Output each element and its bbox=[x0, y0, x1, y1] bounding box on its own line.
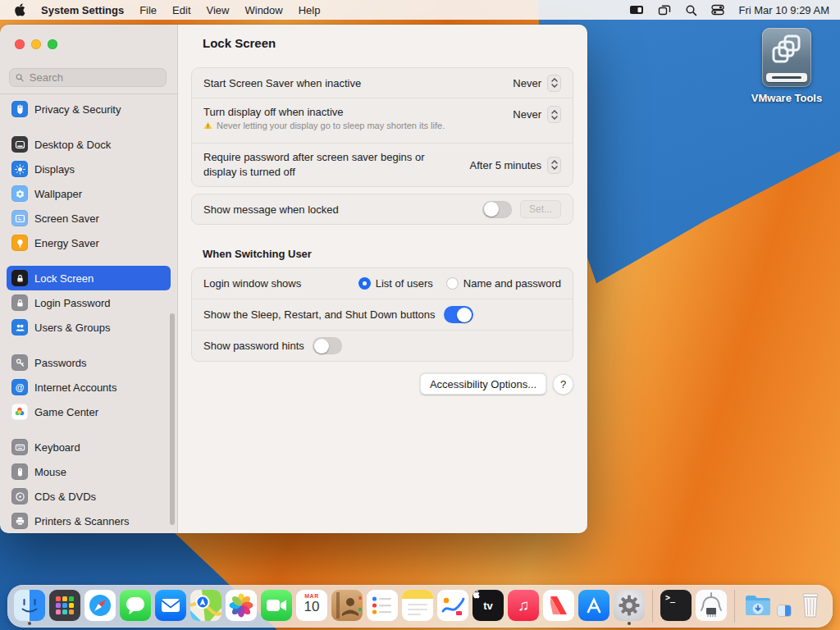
set-message-button[interactable]: Set... bbox=[520, 200, 561, 218]
show-message-row: Show message when locked Set... bbox=[192, 194, 573, 224]
login-window-label: Login window shows bbox=[203, 277, 301, 290]
radio-unselected-icon[interactable] bbox=[446, 277, 459, 290]
require-password-stepper[interactable]: After 5 minutes bbox=[470, 157, 561, 174]
sidebar-item-privacy-security[interactable]: Privacy & Security bbox=[7, 97, 171, 121]
radio-label: List of users bbox=[376, 277, 433, 290]
minimize-button[interactable] bbox=[31, 39, 41, 49]
stepper-chevrons-icon[interactable] bbox=[547, 75, 561, 92]
accessibility-options-button[interactable]: Accessibility Options... bbox=[420, 373, 546, 395]
dock-notes[interactable] bbox=[402, 590, 433, 626]
sidebar-item-users-groups[interactable]: Users & Groups bbox=[7, 315, 171, 340]
menu-item-window[interactable]: Window bbox=[244, 4, 282, 16]
dock-freeform[interactable] bbox=[437, 590, 468, 626]
search-input[interactable] bbox=[28, 71, 160, 84]
control-center-icon[interactable] bbox=[711, 4, 724, 16]
dock-app-store[interactable] bbox=[578, 590, 609, 626]
calendar-day: 10 bbox=[296, 599, 327, 615]
sidebar-item-lock-screen[interactable]: Lock Screen bbox=[7, 266, 171, 290]
screensaver-row: Start Screen Saver when inactive Never bbox=[192, 68, 573, 98]
dock-trash[interactable] bbox=[795, 590, 826, 626]
sidebar-item-label: Privacy & Security bbox=[34, 103, 121, 116]
sidebar-item-printers-scanners[interactable]: Printers & Scanners bbox=[7, 509, 171, 533]
downloads-folder-icon bbox=[742, 590, 774, 621]
dock-contacts[interactable] bbox=[331, 590, 363, 626]
help-button[interactable]: ? bbox=[553, 374, 573, 395]
dock-facetime[interactable] bbox=[261, 590, 292, 626]
disk-slot bbox=[766, 73, 807, 82]
mail-icon bbox=[155, 590, 186, 621]
dock-safari[interactable] bbox=[84, 590, 116, 626]
sidebar-item-energy-saver[interactable]: Energy Saver bbox=[7, 231, 171, 255]
terminal-icon: >_ bbox=[660, 590, 692, 621]
dock-calendar[interactable]: MAR 10 bbox=[296, 590, 327, 626]
dock-system-settings[interactable] bbox=[614, 590, 645, 626]
dock-tv[interactable]: tv bbox=[472, 590, 504, 626]
require-password-value: After 5 minutes bbox=[470, 159, 541, 171]
sidebar-item-wallpaper[interactable]: Wallpaper bbox=[7, 181, 171, 206]
stepper-chevrons-icon[interactable] bbox=[547, 157, 561, 174]
desktop: System Settings File Edit View Window He… bbox=[0, 0, 840, 630]
sidebar-item-cds-dvds[interactable]: CDs & DVDs bbox=[7, 484, 171, 509]
menu-bar-clock[interactable]: Fri Mar 10 9:29 AM bbox=[738, 4, 829, 16]
sidebar-item-internet-accounts[interactable]: @ Internet Accounts bbox=[7, 375, 171, 399]
minimized-window-thumbnail[interactable] bbox=[778, 605, 791, 616]
radio-list-of-users[interactable]: List of users bbox=[358, 277, 433, 290]
vmware-tools-volume[interactable]: VMware Tools bbox=[740, 28, 833, 104]
screensaver-label: Start Screen Saver when inactive bbox=[203, 77, 361, 89]
menu-item-view[interactable]: View bbox=[207, 4, 230, 16]
sidebar-item-login-password[interactable]: Login Password bbox=[7, 290, 171, 315]
dock-launchpad[interactable] bbox=[49, 590, 80, 626]
sidebar-item-label: Mouse bbox=[34, 466, 66, 478]
apple-menu-icon[interactable] bbox=[14, 3, 25, 16]
display-status-icon[interactable] bbox=[629, 4, 644, 16]
stepper-chevrons-icon[interactable] bbox=[547, 106, 561, 123]
stage-manager-icon[interactable] bbox=[658, 4, 671, 16]
dock-news[interactable] bbox=[543, 590, 574, 626]
menu-item-help[interactable]: Help bbox=[299, 4, 321, 16]
dock-mail[interactable] bbox=[155, 590, 186, 626]
sleep-buttons-toggle[interactable] bbox=[444, 306, 473, 323]
warning-icon bbox=[203, 121, 212, 130]
lock-screen-lock-icon bbox=[11, 270, 28, 286]
zoom-button[interactable] bbox=[48, 39, 57, 49]
sidebar-item-mouse[interactable]: Mouse bbox=[7, 459, 171, 484]
sidebar-item-keyboard[interactable]: Keyboard bbox=[7, 435, 171, 459]
dock-messages[interactable] bbox=[120, 590, 151, 626]
close-button[interactable] bbox=[15, 39, 25, 49]
dock-vmware-tools-installer[interactable] bbox=[696, 590, 727, 626]
radio-name-and-password[interactable]: Name and password bbox=[446, 277, 561, 290]
dock-reminders[interactable] bbox=[367, 590, 398, 626]
sidebar-scrollbar[interactable] bbox=[170, 313, 175, 525]
menu-bar: System Settings File Edit View Window He… bbox=[0, 0, 840, 20]
sidebar-divider bbox=[0, 94, 177, 94]
sidebar-search-field[interactable] bbox=[9, 68, 167, 87]
disk-image-icon bbox=[762, 28, 811, 87]
radio-selected-icon[interactable] bbox=[358, 277, 371, 290]
system-settings-window: Privacy & Security Desktop & Dock Displa… bbox=[0, 25, 587, 533]
search-icon bbox=[16, 73, 24, 82]
password-hints-toggle[interactable] bbox=[313, 337, 342, 354]
spotlight-search-icon[interactable] bbox=[685, 4, 697, 16]
sidebar-list: Privacy & Security Desktop & Dock Displa… bbox=[0, 97, 177, 533]
dock-maps[interactable] bbox=[190, 590, 221, 626]
sidebar-item-displays[interactable]: Displays bbox=[7, 157, 171, 181]
sidebar-item-game-center[interactable]: Game Center bbox=[7, 399, 171, 424]
menu-app-name[interactable]: System Settings bbox=[41, 4, 124, 16]
menu-item-file[interactable]: File bbox=[139, 4, 157, 16]
launchpad-icon bbox=[49, 590, 80, 621]
vmware-installer-icon bbox=[696, 590, 727, 621]
sidebar-item-screen-saver[interactable]: Screen Saver bbox=[7, 206, 171, 231]
show-message-toggle[interactable] bbox=[482, 201, 512, 218]
sidebar-item-desktop-dock[interactable]: Desktop & Dock bbox=[7, 132, 171, 157]
dock-finder[interactable] bbox=[14, 590, 45, 626]
display-off-stepper[interactable]: Never bbox=[513, 106, 561, 123]
dock-downloads[interactable] bbox=[742, 590, 774, 626]
dock-terminal[interactable]: >_ bbox=[660, 590, 692, 626]
screensaver-stepper[interactable]: Never bbox=[513, 75, 561, 92]
lock-message-group: Show message when locked Set... bbox=[191, 194, 573, 225]
dock-music[interactable]: ♫ bbox=[508, 590, 539, 626]
dock-photos[interactable] bbox=[226, 590, 257, 626]
menu-item-edit[interactable]: Edit bbox=[172, 4, 190, 16]
system-settings-gear-icon bbox=[614, 590, 645, 621]
sidebar-item-passwords[interactable]: Passwords bbox=[7, 350, 171, 375]
